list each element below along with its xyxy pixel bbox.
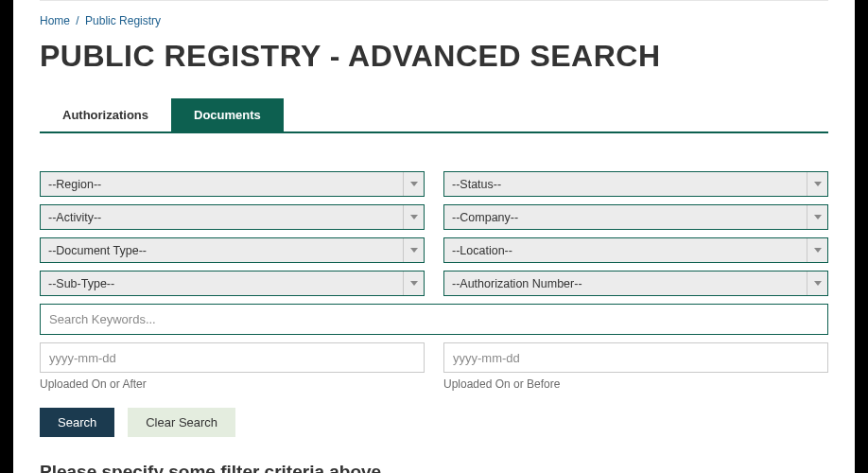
- sub-type-select-value: --Sub-Type--: [48, 277, 114, 290]
- chevron-down-icon: [807, 238, 827, 262]
- company-select-value: --Company--: [452, 211, 518, 224]
- date-after-input[interactable]: [40, 342, 425, 373]
- keywords-input[interactable]: [40, 304, 828, 335]
- date-after-label: Uploaded On or After: [40, 377, 425, 391]
- activity-select-value: --Activity--: [48, 211, 101, 224]
- breadcrumb: Home / Public Registry: [40, 14, 828, 27]
- company-select[interactable]: --Company--: [443, 204, 828, 230]
- chevron-down-icon: [403, 272, 424, 295]
- region-select[interactable]: --Region--: [40, 171, 425, 197]
- status-select-value: --Status--: [452, 178, 501, 191]
- tab-documents[interactable]: Documents: [171, 98, 284, 131]
- location-select[interactable]: --Location--: [443, 237, 828, 263]
- sub-type-select[interactable]: --Sub-Type--: [40, 271, 425, 296]
- region-select-value: --Region--: [48, 178, 101, 191]
- chevron-down-icon: [403, 172, 424, 196]
- search-button[interactable]: Search: [40, 408, 114, 437]
- chevron-down-icon: [403, 238, 424, 262]
- date-before-input[interactable]: [443, 342, 828, 373]
- chevron-down-icon: [807, 172, 827, 196]
- breadcrumb-home[interactable]: Home: [40, 14, 70, 27]
- breadcrumb-current[interactable]: Public Registry: [85, 14, 161, 27]
- page-title: PUBLIC REGISTRY - ADVANCED SEARCH: [40, 39, 828, 74]
- tab-authorizations[interactable]: Authorizations: [40, 98, 171, 131]
- search-form: --Region-- --Status-- --Activity--: [40, 171, 828, 473]
- tabs: Authorizations Documents: [40, 98, 828, 133]
- date-before-label: Uploaded On or Before: [443, 377, 828, 391]
- document-type-select[interactable]: --Document Type--: [40, 237, 425, 263]
- chevron-down-icon: [807, 272, 827, 295]
- chevron-down-icon: [403, 205, 424, 229]
- authorization-number-select[interactable]: --Authorization Number--: [443, 271, 828, 296]
- document-type-select-value: --Document Type--: [48, 244, 147, 257]
- breadcrumb-separator: /: [76, 14, 78, 27]
- empty-criteria-message: Please specify some filter criteria abov…: [40, 462, 828, 473]
- authorization-number-select-value: --Authorization Number--: [452, 277, 582, 290]
- location-select-value: --Location--: [452, 244, 512, 257]
- status-select[interactable]: --Status--: [443, 171, 828, 197]
- chevron-down-icon: [807, 205, 827, 229]
- activity-select[interactable]: --Activity--: [40, 204, 425, 230]
- clear-search-button[interactable]: Clear Search: [128, 408, 235, 437]
